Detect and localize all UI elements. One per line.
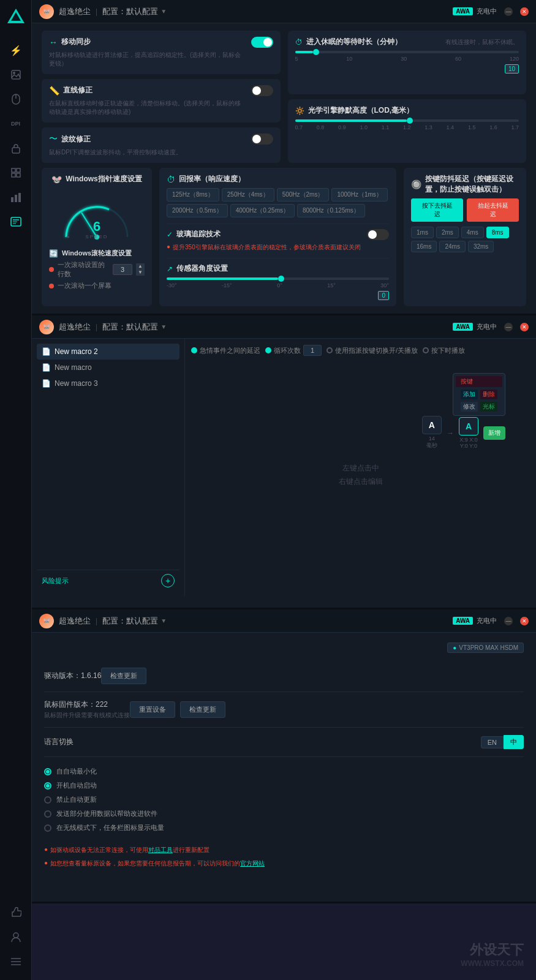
sleep-slider[interactable]: 5103060120 — [295, 51, 519, 62]
ctx-add[interactable]: 添加 — [461, 390, 478, 399]
rate-4000hz[interactable]: 4000Hz（0.25ms） — [230, 204, 295, 217]
scroll-down[interactable]: ▼ — [136, 270, 145, 276]
motion-sync-toggle[interactable] — [251, 37, 273, 48]
ctx-modify[interactable]: 修改 — [461, 402, 478, 412]
option-show-battery[interactable]: 在无线模式下，任务栏图标显示电量 — [44, 823, 524, 832]
macro-warning-text: 风险提示 — [42, 576, 69, 586]
option-send-data[interactable]: 发送部分使用数据以帮助改进软件 — [44, 809, 524, 818]
note-1: ● 如驱动或设备无法正常连接，可使用对品工具进行重新配置 — [44, 846, 524, 854]
debounce-4ms[interactable]: 4ms — [461, 227, 484, 238]
config-chevron-2[interactable]: ▼ — [160, 323, 167, 330]
node-key-a2-box[interactable]: A — [459, 417, 478, 435]
option-send-data-radio — [44, 810, 51, 818]
sidebar-icon-macro[interactable] — [6, 212, 26, 232]
toggle-radio-group: 使用指派按键切换开/关播放 — [327, 346, 418, 355]
macro-content: 📄 New macro 2 📄 New macro 📄 New macro 3 … — [32, 339, 536, 596]
debounce-16ms[interactable]: 16ms — [411, 241, 437, 252]
ctx-delete[interactable]: 删除 — [480, 390, 497, 399]
device-tag: ● VT3PRO MAX HSDM — [447, 643, 524, 653]
website-link[interactable]: 官方网站 — [240, 860, 265, 867]
sidebar-icon-image[interactable] — [6, 65, 26, 85]
scroll-value[interactable]: 3 — [113, 264, 132, 275]
rate-8000hz[interactable]: 8000Hz（0.125ms） — [297, 204, 365, 217]
toggle-radio[interactable] — [327, 347, 333, 353]
macro-file-icon-1: 📄 — [42, 363, 51, 372]
node-key-a-box[interactable]: A — [422, 416, 442, 434]
debounce-24ms[interactable]: 24ms — [439, 241, 465, 252]
option-disable-update[interactable]: 禁止自动更新 — [44, 795, 524, 804]
macro-file-icon-2: 📄 — [42, 379, 51, 388]
sensor-slider[interactable]: -30°-15°0°15°30° — [167, 277, 389, 288]
ripple-toggle[interactable] — [251, 134, 273, 145]
release-debounce-btn[interactable]: 抬起去抖延迟 — [467, 198, 519, 222]
rate-1000hz[interactable]: 1000Hz（1ms） — [331, 188, 387, 202]
delay-radio[interactable] — [191, 347, 197, 353]
sidebar-icon-dpi[interactable]: DPI — [6, 114, 26, 134]
macro-name-0: New macro 2 — [55, 347, 98, 356]
ctx-cursor[interactable]: 光标 — [480, 402, 497, 412]
macro-item-0[interactable]: 📄 New macro 2 — [37, 344, 179, 360]
option-auto-minimize[interactable]: 自自动最小化 — [44, 767, 524, 776]
delay-label: 急情事件之间的延迟 — [200, 346, 260, 355]
sidebar-icon-lock[interactable] — [6, 138, 26, 158]
option-auto-start[interactable]: 开机自动启动 — [44, 781, 524, 790]
rate-250hz[interactable]: 250Hz（4ms） — [222, 188, 274, 202]
sidebar-icon-mouse[interactable] — [6, 89, 26, 109]
add-node-btn[interactable]: 新增 — [483, 426, 505, 440]
minimize-btn-3[interactable]: — — [504, 617, 513, 625]
check-firmware-btn[interactable]: 检查更新 — [180, 701, 225, 718]
debounce-32ms[interactable]: 32ms — [468, 241, 494, 252]
report-rate-buttons: 125Hz（8ms） 250Hz（4ms） 500Hz（2ms） 1000Hz（… — [167, 188, 389, 217]
config-chevron-1[interactable]: ▼ — [160, 8, 167, 15]
scroll-stepper[interactable]: ▲ ▼ — [136, 263, 145, 275]
scroll-up[interactable]: ▲ — [136, 263, 145, 270]
sidebar-icon-thumb[interactable] — [6, 903, 26, 903]
svg-text:SPEED: SPEED — [85, 234, 108, 239]
node-key-a2: A X:9 X:0Y:0 Y:0 — [459, 417, 478, 449]
tool-link[interactable]: 对品工具 — [148, 846, 173, 853]
minimize-btn-2[interactable]: — — [504, 323, 513, 331]
check-driver-btn[interactable]: 检查更新 — [101, 668, 146, 684]
panel-settings: 🐭 超逸绝尘 | 配置：默认配置 ▼ AWA 充电中 — ✕ ● VT3PRO … — [32, 609, 536, 903]
context-menu: 按键 添加 删除 修改 光标 — [453, 373, 505, 416]
macro-item-1[interactable]: 📄 New macro — [37, 360, 179, 375]
minimize-btn-1[interactable]: — — [504, 7, 513, 16]
macro-canvas: 左键点击中 右键点击编辑 按键 添加 删除 — [191, 361, 530, 590]
glass-desc: 提升350引擎鼠标在玻璃介质表面的稳定性，参玻璃介质表面建议关闭 — [173, 243, 361, 252]
debounce-8ms[interactable]: 8ms — [486, 227, 509, 238]
linear-correction-toggle[interactable] — [251, 85, 273, 96]
glass-toggle[interactable] — [367, 229, 389, 240]
debounce-2ms[interactable]: 2ms — [436, 227, 459, 238]
macro-item-2[interactable]: 📄 New macro 3 — [37, 375, 179, 391]
motion-sync-desc: 对鼠标移动轨迹进行算法修正，提高追踪的稳定性。(选择关闭，鼠标会更锐） — [49, 51, 246, 68]
config-chevron-3[interactable]: ▼ — [160, 617, 167, 624]
glass-title: 玻璃追踪技术 — [176, 229, 221, 239]
sidebar-icon-chart[interactable] — [6, 187, 26, 207]
rate-125hz[interactable]: 125Hz（8ms） — [167, 188, 219, 202]
macro-name-2: New macro 3 — [55, 379, 98, 388]
debounce-section: 🔘 按键防抖延迟（按键延迟设置，防止按键误触双击） 按下去抖延迟 抬起去抖延迟 … — [404, 168, 526, 306]
sidebar-icon-grid[interactable] — [6, 163, 26, 183]
loop-count[interactable]: 1 — [303, 345, 322, 356]
rate-2000hz[interactable]: 2000Hz（0.5ms） — [167, 204, 228, 217]
add-macro-btn[interactable]: + — [161, 574, 175, 587]
driver-version-row: 驱动版本：1.6.16 检查更新 — [44, 660, 524, 692]
close-btn-2[interactable]: ✕ — [520, 323, 529, 331]
debounce-1ms[interactable]: 1ms — [411, 227, 434, 238]
sidebar-icon-performance[interactable]: ⚡ — [6, 40, 26, 60]
rate-500hz[interactable]: 500Hz（2ms） — [277, 188, 330, 202]
battery-area-2: AWA 充电中 — ✕ — [453, 322, 529, 331]
lang-en[interactable]: EN — [481, 736, 504, 748]
press-debounce-btn[interactable]: 按下去抖延迟 — [411, 198, 463, 222]
close-btn-1[interactable]: ✕ — [520, 7, 529, 16]
lang-cn[interactable]: 中 — [504, 735, 524, 749]
app-logo[interactable] — [5, 6, 27, 28]
lod-slider[interactable]: 0.70.80.91.01.11.21.31.41.51.61.7 — [295, 119, 519, 130]
reset-device-btn[interactable]: 重置设备 — [130, 701, 175, 718]
context-delete[interactable]: 按键 — [456, 376, 502, 387]
debounce-title: 按键防抖延迟（按键延迟设置，防止按键误触双击） — [425, 174, 519, 195]
hold-radio[interactable] — [423, 347, 429, 353]
battery-area-3: AWA 充电中 — ✕ — [453, 616, 529, 625]
close-btn-3[interactable]: ✕ — [520, 617, 529, 625]
loop-radio[interactable] — [265, 347, 271, 353]
